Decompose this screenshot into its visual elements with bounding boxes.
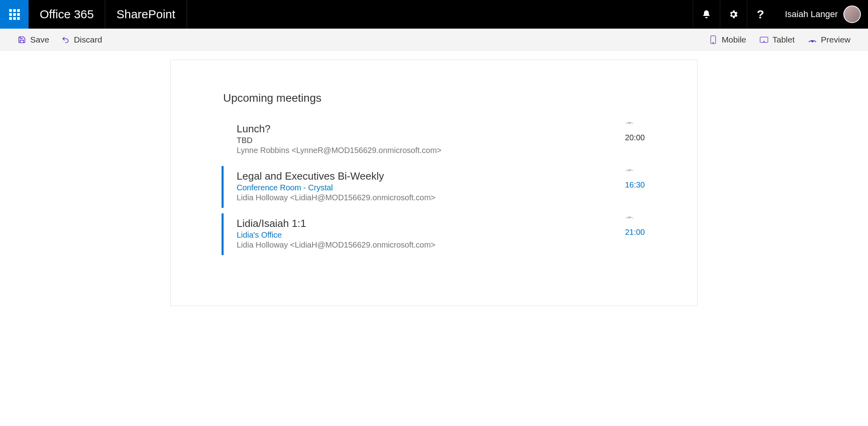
help-icon: ? — [757, 8, 764, 21]
bell-icon — [702, 10, 711, 19]
meeting-organizer: Lynne Robbins <LynneR@MOD156629.onmicros… — [237, 146, 645, 155]
visibility-icon[interactable] — [625, 166, 645, 172]
brand-office365[interactable]: Office 365 — [29, 0, 105, 29]
tablet-label: Tablet — [772, 35, 795, 45]
page-canvas: Upcoming meetings Lunch? TBD Lynne Robbi… — [170, 60, 698, 306]
mobile-view-button[interactable]: Mobile — [709, 35, 746, 45]
meeting-item[interactable]: Lidia/Isaiah 1:1 Lidia's Office Lidia Ho… — [223, 213, 645, 254]
svg-point-3 — [764, 41, 764, 42]
svg-point-5 — [629, 122, 630, 124]
svg-point-1 — [713, 42, 714, 43]
mobile-icon — [709, 35, 718, 44]
avatar — [843, 6, 861, 23]
selection-bar — [222, 213, 224, 255]
preview-label: Preview — [821, 35, 851, 45]
brand-app-sharepoint[interactable]: SharePoint — [105, 0, 187, 29]
svg-point-4 — [812, 40, 813, 42]
meeting-organizer: Lidia Holloway <LidiaH@MOD156629.onmicro… — [237, 240, 645, 250]
meeting-title: Lidia/Isaiah 1:1 — [237, 217, 645, 230]
visibility-icon[interactable] — [625, 119, 645, 124]
svg-point-6 — [629, 170, 630, 171]
visibility-icon[interactable] — [625, 213, 645, 219]
save-label: Save — [30, 35, 49, 45]
preview-icon — [808, 35, 817, 44]
meeting-organizer: Lidia Holloway <LidiaH@MOD156629.onmicro… — [237, 193, 645, 202]
user-name: Isaiah Langer — [785, 9, 838, 19]
waffle-icon — [9, 9, 20, 20]
preview-button[interactable]: Preview — [808, 35, 851, 45]
selection-bar — [222, 166, 224, 208]
save-icon — [17, 35, 26, 44]
undo-icon — [61, 35, 70, 44]
meeting-location[interactable]: Conference Room - Crystal — [237, 183, 645, 192]
meeting-time: 16:30 — [625, 180, 645, 190]
save-button[interactable]: Save — [17, 35, 49, 45]
meeting-item[interactable]: Lunch? TBD Lynne Robbins <LynneR@MOD1566… — [223, 119, 645, 159]
user-menu[interactable]: Isaiah Langer — [774, 0, 868, 29]
discard-label: Discard — [74, 35, 102, 45]
discard-button[interactable]: Discard — [61, 35, 102, 45]
tablet-view-button[interactable]: Tablet — [760, 35, 795, 45]
meeting-title: Legal and Executives Bi-Weekly — [237, 170, 645, 182]
settings-button[interactable] — [720, 0, 747, 29]
suite-bar: Office 365 SharePoint ? Isaiah Langer — [0, 0, 868, 29]
notifications-button[interactable] — [693, 0, 720, 29]
app-launcher-button[interactable] — [0, 0, 29, 29]
meeting-time: 20:00 — [625, 133, 645, 142]
meeting-title: Lunch? — [237, 123, 645, 135]
meeting-location[interactable]: Lidia's Office — [237, 230, 645, 240]
meeting-item[interactable]: Legal and Executives Bi-Weekly Conferenc… — [223, 166, 645, 206]
meeting-location: TBD — [237, 136, 645, 145]
mobile-label: Mobile — [721, 35, 746, 45]
section-title: Upcoming meetings — [223, 92, 645, 105]
meeting-time: 21:00 — [625, 228, 645, 237]
help-button[interactable]: ? — [747, 0, 774, 29]
gear-icon — [728, 9, 739, 19]
svg-point-7 — [629, 217, 630, 219]
tablet-icon — [760, 35, 768, 44]
command-bar: Save Discard Mobile Tablet Preview — [0, 29, 868, 51]
meetings-list: Lunch? TBD Lynne Robbins <LynneR@MOD1566… — [223, 119, 645, 254]
